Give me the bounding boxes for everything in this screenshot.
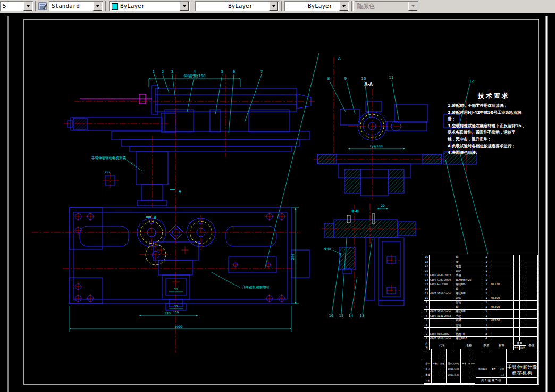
bom-cell: 键	[455, 260, 483, 264]
bom-cell	[514, 305, 520, 310]
bom-cell: 手轮	[455, 314, 483, 319]
drawing-title-line2: 横移机构	[512, 370, 533, 376]
callout-14: 14	[349, 314, 354, 318]
bom-cell	[526, 305, 537, 310]
section-mark-b: B	[154, 215, 156, 220]
dim-35: 35	[174, 305, 178, 308]
bom-cell: 6	[424, 314, 430, 319]
bom-cell	[430, 305, 455, 310]
bom-cell: GB/T 848-2002	[430, 332, 455, 337]
bom-cell	[520, 264, 526, 269]
bom-cell: HT200	[490, 296, 514, 301]
bom-cell	[490, 273, 514, 278]
text-style-icon[interactable]	[38, 2, 48, 11]
linetype-sample-icon	[198, 6, 225, 6]
bom-cell	[520, 301, 526, 305]
color-control-combo[interactable]: ByLayer	[109, 1, 190, 11]
dim-travel: 行程100	[370, 144, 383, 148]
view-section-bb: B-B	[322, 204, 420, 318]
bom-row: 11GB/T 5782-2000螺栓M81	[424, 291, 537, 296]
callout-5: 5	[221, 70, 223, 74]
toolbar-separator	[105, 1, 107, 11]
bom-row: 4齿轮1	[424, 323, 537, 328]
bom-table: 19轴118键117端盖116齿轮115GB/T 4141-2002手柄114G…	[424, 255, 538, 349]
dim-1000: 1000	[174, 324, 182, 328]
bom-cell: 1	[483, 273, 490, 278]
bom-cell: 齿轮	[455, 269, 483, 273]
bom-cell	[526, 260, 537, 264]
toolbar-separator	[35, 1, 37, 11]
bom-cell	[520, 319, 526, 323]
bom-cell	[520, 260, 526, 264]
bom-header-name: 名称	[455, 341, 483, 350]
bom-cell	[520, 332, 526, 337]
chevron-down-icon[interactable]	[93, 2, 102, 11]
title-block-signatures: 标记 处数 分区 更改文件号 签名 年月日 设计 2010.5.30 审核 20…	[424, 349, 476, 384]
callout-9: 9	[344, 77, 347, 81]
chevron-down-icon[interactable]	[180, 2, 189, 11]
bom-cell	[526, 255, 537, 260]
bom-cell: 1	[483, 310, 490, 314]
bom-cell	[526, 273, 537, 278]
dim-style-combo[interactable]: 5	[0, 1, 33, 11]
text-style-combo[interactable]: Standard	[49, 1, 103, 11]
text-style-value: Standard	[52, 3, 92, 10]
callout-3: 3	[171, 70, 173, 74]
bom-cell: HT200	[490, 305, 514, 310]
bom-cell: GB/T 67-2000	[430, 282, 455, 287]
annotation-nut: 升降丝杠锁紧螺母	[242, 285, 270, 289]
bom-cell	[514, 314, 520, 319]
bom-cell: 1	[483, 282, 490, 287]
dim-254: 254	[291, 254, 295, 260]
chevron-down-icon[interactable]	[269, 2, 278, 11]
bom-cell: 1	[483, 314, 490, 319]
callout-1: 1	[153, 70, 155, 74]
tech-req-line: 4.表面漆色油漆。	[448, 149, 540, 156]
bom-row: 10箱体1HT200	[424, 296, 537, 301]
title-block-middle: 阶段标记 重量 比例 1:3 共 1 张 第 5 张	[476, 349, 507, 384]
bom-cell	[490, 310, 514, 314]
bom-cell: 7	[424, 310, 430, 314]
dim-style-value: 5	[3, 3, 22, 10]
bom-cell	[520, 287, 526, 291]
dim-139: 139	[173, 311, 179, 314]
bom-cell	[514, 287, 520, 291]
bom-cell: HT150	[490, 282, 514, 287]
bom-cell	[514, 323, 520, 328]
chevron-down-icon[interactable]	[339, 2, 348, 11]
bom-cell: 11	[424, 291, 430, 296]
sign-header-sign: 签名	[461, 361, 468, 367]
bom-cell: 1	[483, 264, 490, 269]
chevron-down-icon[interactable]	[23, 2, 32, 11]
section-aa-label: A-A	[364, 82, 373, 87]
bom-cell: 1	[483, 255, 490, 260]
bom-row: 15GB/T 4141-2002手柄1	[424, 273, 537, 278]
callout-7: 7	[260, 70, 263, 74]
bom-cell: 垫圈10	[455, 332, 483, 337]
bom-cell	[520, 323, 526, 328]
bom-cell: GB/T 4141-2002	[430, 273, 455, 278]
lineweight-sample-icon	[287, 6, 305, 6]
bom-cell	[490, 314, 514, 319]
dim-stroke-travel: 伸缩行程150	[183, 74, 205, 78]
bom-cell: 2	[424, 332, 430, 337]
callout-15: 15	[339, 314, 344, 318]
toolbar-separator	[351, 1, 354, 11]
bom-cell	[514, 332, 520, 337]
linetype-control-combo[interactable]: ByLayer	[195, 1, 279, 11]
bom-cell	[520, 337, 526, 341]
bom-cell	[526, 296, 537, 301]
bom-cell	[526, 337, 537, 341]
lineweight-value: ByLayer	[308, 3, 338, 10]
callout-12: 12	[469, 79, 474, 84]
lineweight-control-combo[interactable]: ByLayer	[284, 1, 349, 11]
bom-body: 19轴118键117端盖116齿轮115GB/T 4141-2002手柄114G…	[424, 255, 537, 341]
bom-cell: 轴	[455, 255, 483, 260]
bom-cell	[490, 269, 514, 273]
bom-row: 17端盖1	[424, 264, 537, 269]
bom-cell	[526, 282, 537, 287]
bom-cell	[526, 291, 537, 296]
bom-cell: 18	[424, 260, 430, 264]
bom-cell: 箱体	[455, 296, 483, 301]
bom-cell: 13	[424, 282, 430, 287]
